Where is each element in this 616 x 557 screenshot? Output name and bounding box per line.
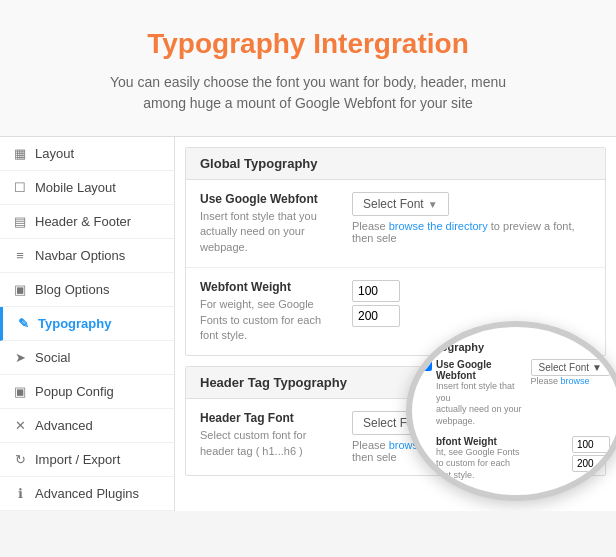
webfont-hint: Please browse the directory to preview a…	[352, 220, 591, 244]
sidebar-item-typography[interactable]: ✎ Typography	[0, 307, 174, 341]
webfont-desc: Insert font style that you actually need…	[200, 209, 340, 255]
select-font-button[interactable]: Select Font ▼	[352, 192, 449, 216]
sidebar-item-mobile-layout[interactable]: ☐ Mobile Layout	[0, 171, 174, 205]
weight-input-group	[352, 280, 591, 327]
page-wrapper: Typography Intergration You can easily c…	[0, 0, 616, 511]
sidebar-item-advanced[interactable]: ✕ Advanced	[0, 409, 174, 443]
header-tag-font-label: Header Tag Font Select custom font for h…	[200, 411, 340, 459]
header-tag-font-desc: Select custom font for header tag ( h1..…	[200, 428, 340, 459]
weight-desc: For weight, see Google Fonts to custom f…	[200, 297, 340, 343]
header-section: Typography Intergration You can easily c…	[0, 0, 616, 136]
mag-hint-1: Please browse	[531, 376, 611, 386]
mag-weight-field-1[interactable]	[572, 436, 610, 453]
header-tag-font-title: Header Tag Font	[200, 411, 340, 425]
mag-weight-desc: ht, see Google Fontsto custom for eachfo…	[436, 447, 566, 482]
import-export-icon: ↻	[12, 452, 28, 467]
mobile-icon: ☐	[12, 180, 28, 195]
sidebar-item-popup[interactable]: ▣ Popup Config	[0, 375, 174, 409]
weight-label: Webfont Weight For weight, see Google Fo…	[200, 280, 340, 343]
sidebar-item-layout[interactable]: ▦ Layout	[0, 137, 174, 171]
browse-directory-link[interactable]: browse the directory	[389, 220, 488, 232]
magnifier-overlay: Typography Use Google Webfont Insert fon…	[406, 321, 616, 501]
webfont-label: Use Google Webfont Insert font style tha…	[200, 192, 340, 255]
sidebar-item-blog[interactable]: ▣ Blog Options	[0, 273, 174, 307]
sidebar: ▦ Layout ☐ Mobile Layout ▤ Header & Foot…	[0, 137, 175, 511]
mag-checkbox[interactable]	[422, 361, 432, 371]
navbar-icon: ≡	[12, 248, 28, 263]
mag-select-font-button[interactable]: Select Font ▼	[531, 359, 611, 376]
webfont-title: Use Google Webfont	[200, 192, 340, 206]
dropdown-arrow-icon: ▼	[428, 199, 438, 210]
webfont-row: Use Google Webfont Insert font style tha…	[186, 180, 605, 268]
weight-field-1[interactable]	[352, 280, 400, 302]
magnifier-content: Typography Use Google Webfont Insert fon…	[412, 327, 616, 495]
blog-icon: ▣	[12, 282, 28, 297]
mag-arrow-icon: ▼	[592, 362, 602, 373]
mag-section-title: Typography	[422, 341, 610, 353]
webfont-control: Select Font ▼ Please browse the director…	[352, 192, 591, 244]
mag-webfont-desc: Insert font style that youactually need …	[436, 381, 525, 428]
weight-control	[352, 280, 591, 327]
content-area: ▦ Layout ☐ Mobile Layout ▤ Header & Foot…	[0, 136, 616, 511]
page-title: Typography Intergration	[40, 28, 576, 60]
social-icon: ➤	[12, 350, 28, 365]
mag-weight-title: bfont Weight	[436, 436, 566, 447]
mag-row-2: bfont Weight ht, see Google Fontsto cust…	[422, 436, 610, 482]
page-subtitle: You can easily choose the font you want …	[40, 72, 576, 114]
main-panel: Global Typography Use Google Webfont Ins…	[175, 137, 616, 511]
weight-field-2[interactable]	[352, 305, 400, 327]
advanced-icon: ✕	[12, 418, 28, 433]
sidebar-item-social[interactable]: ➤ Social	[0, 341, 174, 375]
typography-icon: ✎	[15, 316, 31, 331]
popup-icon: ▣	[12, 384, 28, 399]
layout-icon: ▦	[12, 146, 28, 161]
sidebar-item-import-export[interactable]: ↻ Import / Export	[0, 443, 174, 477]
header-footer-icon: ▤	[12, 214, 28, 229]
weight-input-1	[352, 280, 591, 302]
sidebar-item-header-footer[interactable]: ▤ Header & Footer	[0, 205, 174, 239]
weight-title: Webfont Weight	[200, 280, 340, 294]
mag-webfont-title: Use Google Webfont	[436, 359, 525, 381]
advanced-plugins-icon: ℹ	[12, 486, 28, 501]
sidebar-item-advanced-plugins[interactable]: ℹ Advanced Plugins	[0, 477, 174, 511]
sidebar-item-navbar[interactable]: ≡ Navbar Options	[0, 239, 174, 273]
mag-browse-link[interactable]: browse	[561, 376, 590, 386]
mag-row-1: Use Google Webfont Insert font style tha…	[422, 359, 610, 428]
global-typography-header: Global Typography	[186, 148, 605, 180]
weight-input-2	[352, 305, 591, 327]
